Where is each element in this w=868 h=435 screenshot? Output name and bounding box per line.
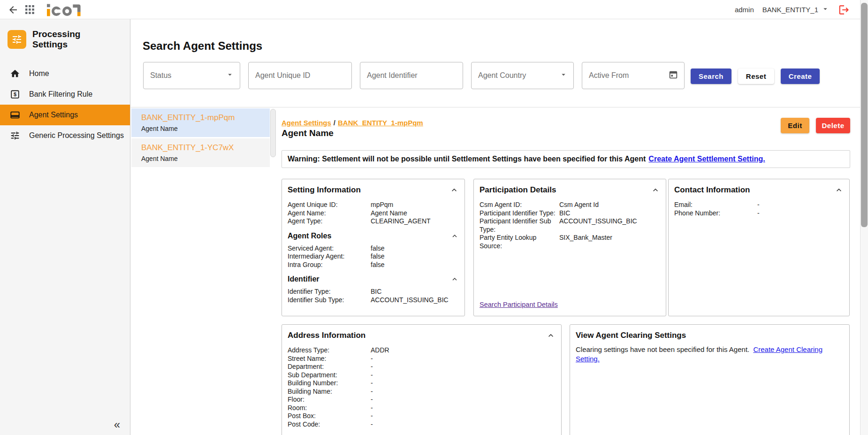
- agent-list-item[interactable]: BANK_ENTITY_1-mpPqm Agent Name: [131, 108, 270, 137]
- field-value: -: [371, 363, 373, 371]
- dollar-box-icon: $: [9, 89, 21, 99]
- status-select[interactable]: Status: [143, 62, 240, 89]
- field-value: -: [757, 201, 760, 209]
- field-label: Csm Agent ID:: [480, 201, 559, 209]
- sidebar-item-agent-settings[interactable]: Agent Settings: [0, 105, 130, 125]
- field-label: Phone Number:: [674, 209, 757, 218]
- active-from-date-input[interactable]: Active From: [582, 62, 685, 89]
- field-row: Serviced Agent: false: [288, 244, 459, 253]
- field-label: Participant Identifier Type:: [480, 209, 559, 218]
- field-label: Serviced Agent:: [288, 244, 371, 253]
- field-label: Street Name:: [288, 355, 371, 363]
- page-title: Search Agent Settings: [143, 39, 262, 53]
- setting-information-card: Setting Information Agent Unique ID: mpP…: [282, 179, 465, 316]
- page-scrollbar-thumb[interactable]: [861, 3, 868, 227]
- participation-details-card: Participation Details Csm Agent ID: Csm …: [473, 179, 666, 316]
- field-value: false: [371, 261, 385, 269]
- detail-cards-row-2: Address Information Address Type: ADDR S…: [282, 324, 850, 435]
- sidebar-item-home[interactable]: Home: [0, 63, 130, 84]
- search-actions: Search Reset Create: [691, 69, 820, 84]
- field-row: Building Number: -: [288, 379, 556, 388]
- agent-identifier-input[interactable]: Agent Identifier: [360, 62, 463, 89]
- create-button[interactable]: Create: [781, 69, 820, 84]
- warning-text: Warning: Settlement will not be possible…: [288, 155, 646, 163]
- field-value: -: [371, 371, 373, 380]
- breadcrumb-root-link[interactable]: Agent Settings: [282, 119, 331, 127]
- card-title: Address Information: [288, 331, 365, 340]
- sidebar-nav: Home $ Bank Filtering Rule Agent Setting…: [0, 63, 130, 146]
- field-value: false: [371, 252, 385, 261]
- field-value: -: [371, 396, 373, 404]
- field-label: Participant Identifier Sub Type:: [480, 217, 559, 234]
- create-settlement-setting-link[interactable]: Create Agent Settlement Setting.: [648, 155, 765, 163]
- field-value: CLEARING_AGENT: [371, 217, 431, 226]
- field-row: Party Entity Lookup Source: SIX_Bank_Mas…: [480, 234, 660, 250]
- field-label: Identifier Sub Type:: [288, 296, 371, 305]
- edit-button[interactable]: Edit: [781, 118, 809, 133]
- field-label: Sub Department:: [288, 371, 371, 380]
- settlement-warning-banner: Warning: Settlement will not be possible…: [282, 150, 850, 168]
- chevron-up-icon[interactable]: [450, 275, 459, 283]
- field-label: Building Number:: [288, 379, 371, 388]
- agent-country-select[interactable]: Agent Country: [471, 62, 574, 89]
- calendar-icon[interactable]: [668, 69, 678, 82]
- detail-actions: Edit Delete: [781, 118, 850, 133]
- field-value: mpPqm: [371, 201, 393, 209]
- agent-detail-heading: Agent Name: [282, 128, 334, 138]
- reset-button[interactable]: Reset: [738, 69, 774, 84]
- field-row: Floor: -: [288, 396, 556, 404]
- card-title: Setting Information: [288, 185, 361, 195]
- chevron-up-icon[interactable]: [834, 185, 844, 195]
- sidebar: Processing Settings Home $ Bank Filterin…: [0, 19, 130, 435]
- sidebar-collapse-button[interactable]: «: [114, 419, 120, 430]
- field-label: Agent Name:: [288, 209, 371, 218]
- entity-selector[interactable]: BANK_ENTITY_1: [762, 5, 830, 15]
- field-row: Room: -: [288, 404, 556, 412]
- apps-grid-icon[interactable]: [25, 5, 34, 16]
- field-row: Identifier Type: BIC: [288, 288, 459, 296]
- chevron-up-icon[interactable]: [449, 185, 459, 195]
- field-value: BIC: [371, 288, 381, 296]
- chevron-up-icon[interactable]: [651, 185, 660, 195]
- field-row: Post Box: -: [288, 412, 556, 420]
- agent-item-name: Agent Name: [141, 155, 270, 163]
- agent-list-item[interactable]: BANK_ENTITY_1-YC7wX Agent Name: [131, 138, 270, 167]
- field-value: -: [757, 209, 760, 218]
- logout-icon[interactable]: [838, 4, 850, 16]
- user-label: admin: [735, 6, 754, 14]
- sidebar-item-label: Agent Settings: [29, 111, 78, 119]
- field-label: Identifier Type:: [288, 288, 371, 296]
- back-arrow-icon[interactable]: [8, 4, 19, 17]
- agent-unique-id-input[interactable]: Agent Unique ID: [248, 62, 352, 89]
- sidebar-item-generic-processing-settings[interactable]: Generic Processing Settings: [0, 125, 130, 146]
- search-participant-details-link[interactable]: Search Participant Details: [480, 301, 558, 308]
- field-label: Party Entity Lookup Source:: [480, 234, 559, 250]
- credit-card-icon: [9, 110, 21, 120]
- breadcrumb-separator: /: [331, 119, 338, 127]
- caret-down-icon: [821, 5, 830, 15]
- agent-identifier-placeholder: Agent Identifier: [367, 71, 418, 80]
- field-row: Sub Department: -: [288, 371, 556, 380]
- field-value: Csm Agent Id: [559, 201, 599, 209]
- breadcrumb-current-link[interactable]: BANK_ENTITY_1-mpPqm: [338, 119, 423, 127]
- sidebar-item-label: Generic Processing Settings: [29, 131, 124, 140]
- delete-button[interactable]: Delete: [816, 118, 850, 133]
- field-value: -: [371, 420, 373, 429]
- chevron-up-icon[interactable]: [546, 331, 556, 340]
- field-label: Agent Type:: [288, 217, 371, 226]
- search-button[interactable]: Search: [691, 69, 731, 84]
- icon-brand-logo[interactable]: [47, 3, 86, 18]
- field-label: Intra Group:: [288, 261, 371, 269]
- agent-item-id: BANK_ENTITY_1-mpPqm: [141, 113, 270, 122]
- active-from-placeholder: Active From: [589, 71, 629, 80]
- view-agent-clearing-settings-card: View Agent Clearing Settings Clearing se…: [570, 324, 850, 435]
- page-scrollbar-track[interactable]: [860, 0, 868, 435]
- card-title: Contact Information: [674, 185, 750, 195]
- card-title: Participation Details: [480, 185, 556, 195]
- home-icon: [9, 69, 21, 79]
- field-label: Post Box:: [288, 412, 371, 420]
- identifier-subsection-header: Identifier: [288, 275, 459, 283]
- sidebar-item-bank-filtering-rule[interactable]: $ Bank Filtering Rule: [0, 84, 130, 105]
- chevron-up-icon[interactable]: [450, 232, 459, 240]
- list-scrollbar-thumb[interactable]: [270, 109, 276, 157]
